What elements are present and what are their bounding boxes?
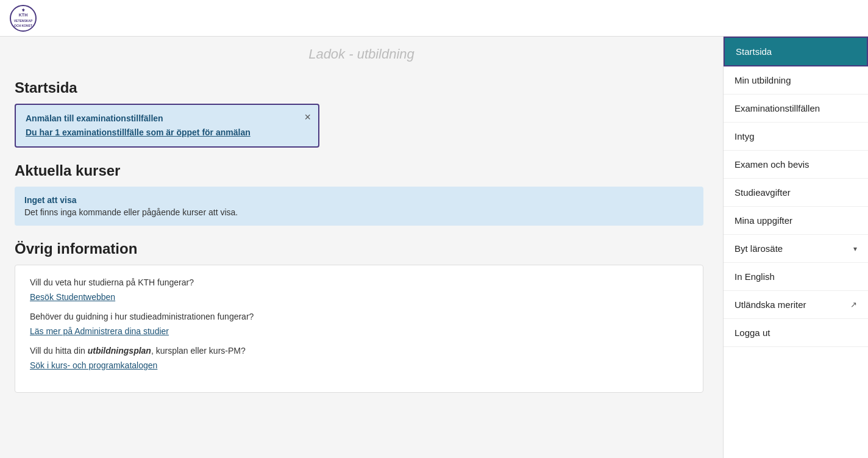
content-area: Startsida Anmälan till examinationstillf… [0, 65, 723, 403]
ovrig-para3: Vill du hitta din utbildningsplan, kursp… [30, 346, 688, 356]
sidebar-item-label: Logga ut [735, 327, 770, 338]
sidebar-item-label: Byt lärosäte [735, 243, 783, 254]
ovrig-para3-highlight: utbildningsplan [88, 346, 151, 356]
notification-box: Anmälan till examinationstillfällen Du h… [15, 104, 319, 148]
sidebar-item-label: Examen och bevis [735, 159, 809, 170]
page-title-bar: Ladok - utbildning [0, 37, 723, 65]
ovrig-link3[interactable]: Sök i kurs- och programkatalogen [30, 360, 688, 370]
sidebar: StartsidaMin utbildningExaminationstillf… [723, 37, 868, 458]
sidebar-item-label: Min utbildning [735, 75, 791, 85]
aktuella-kurser-box-text: Det finns inga kommande eller pågående k… [24, 207, 694, 217]
aktuella-kurser-box-title: Inget att visa [24, 195, 694, 205]
sidebar-item-startsida[interactable]: Startsida [724, 37, 868, 66]
aktuella-kurser-box: Inget att visa Det finns inga kommande e… [15, 187, 703, 226]
ovrig-link2[interactable]: Läs mer på Administrera dina studier [30, 326, 688, 336]
sidebar-item-label: Intyg [735, 131, 755, 141]
sidebar-item-utländska-meriter[interactable]: Utländska meriter↗ [724, 291, 868, 319]
sidebar-item-byt-lärosäte[interactable]: Byt lärosäte▾ [724, 235, 868, 263]
sidebar-item-examinationstillfällen[interactable]: Examinationstillfällen [724, 95, 868, 123]
kth-logo: ⚜KTHVETENSKAPOCH KONST [10, 5, 37, 32]
aktuella-kurser-heading: Aktuella kurser [15, 162, 708, 179]
ovrig-information-heading: Övrig information [15, 240, 708, 257]
page-subtitle: Ladok - utbildning [308, 46, 414, 62]
sidebar-item-label: Studieavgifter [735, 187, 791, 198]
sidebar-item-label: Mina uppgifter [735, 215, 792, 226]
main-content: Ladok - utbildning Startsida Anmälan til… [0, 37, 723, 458]
sidebar-item-label: In English [735, 271, 775, 282]
ovrig-information-box: Vill du veta hur studierna på KTH funger… [15, 265, 703, 393]
ovrig-para1: Vill du veta hur studierna på KTH funger… [30, 277, 688, 287]
external-link-icon: ↗ [850, 300, 857, 309]
header: ⚜KTHVETENSKAPOCH KONST [0, 0, 868, 37]
main-layout: Ladok - utbildning Startsida Anmälan til… [0, 37, 868, 458]
chevron-down-icon: ▾ [853, 245, 857, 253]
ovrig-para2: Behöver du guidning i hur studieadminist… [30, 312, 688, 321]
main-heading: Startsida [15, 79, 708, 96]
ovrig-link1[interactable]: Besök Studentwebben [30, 292, 688, 302]
sidebar-item-label: Examinationstillfällen [735, 103, 820, 113]
ovrig-para3-part1: Vill du hitta din [30, 346, 88, 356]
sidebar-item-examen-och-bevis[interactable]: Examen och bevis [724, 151, 868, 179]
sidebar-item-intyg[interactable]: Intyg [724, 123, 868, 151]
sidebar-item-label: Utländska meriter [735, 299, 806, 310]
notification-title: Anmälan till examinationstillfällen [26, 113, 294, 123]
notification-link[interactable]: Du har 1 examinationstillfälle som är öp… [26, 127, 251, 137]
sidebar-item-studieavgifter[interactable]: Studieavgifter [724, 179, 868, 207]
notification-close-button[interactable]: × [304, 111, 311, 124]
sidebar-item-logga-ut[interactable]: Logga ut [724, 319, 868, 347]
sidebar-item-in-english[interactable]: In English [724, 263, 868, 291]
sidebar-item-min-utbildning[interactable]: Min utbildning [724, 66, 868, 95]
sidebar-item-mina-uppgifter[interactable]: Mina uppgifter [724, 207, 868, 235]
sidebar-item-label: Startsida [736, 46, 772, 57]
ovrig-para3-part2: , kursplan eller kurs-PM? [151, 346, 246, 356]
